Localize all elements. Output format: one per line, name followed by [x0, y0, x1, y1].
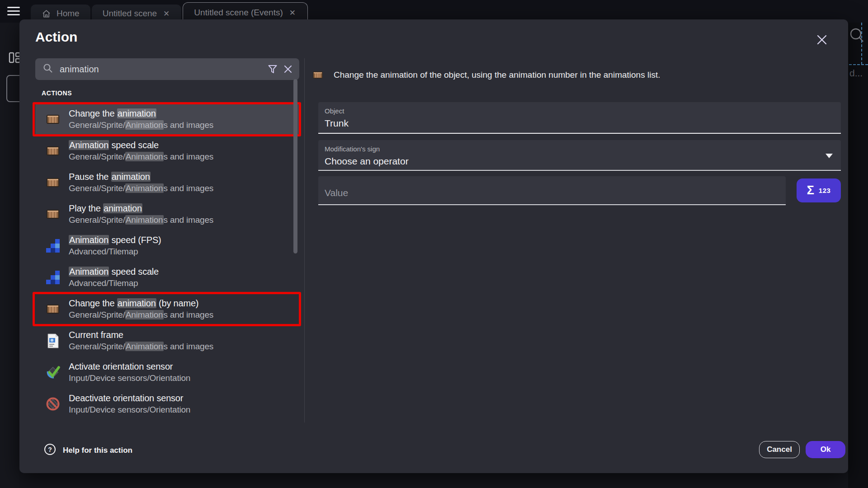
search-input[interactable] [60, 64, 265, 75]
panel-divider [304, 58, 305, 422]
action-item-title: Pause the animation [69, 171, 213, 183]
tab-label: Untitled scene (Events) [194, 8, 283, 18]
chevron-down-icon [826, 154, 833, 158]
action-list-item[interactable]: Activate orientation sensorInput/Device … [35, 357, 300, 388]
sprite-animation-icon [45, 112, 61, 127]
action-item-title: Animation speed (FPS) [69, 235, 161, 246]
action-list-item[interactable]: Deactivate orientation sensorInput/Devic… [35, 388, 300, 420]
action-list-item[interactable]: Play the animationGeneral/Sprite/Animati… [35, 198, 300, 230]
hamburger-menu-icon[interactable] [7, 7, 20, 16]
sprite-animation-icon [45, 175, 61, 190]
tilemap-icon [45, 238, 61, 253]
action-list-item[interactable]: Animation speed scaleAdvanced/Tilemap [35, 262, 300, 293]
action-item-path: General/Sprite/Animations and images [69, 151, 213, 162]
dialog-title: Action [35, 29, 77, 45]
action-item-path: General/Sprite/Animations and images [69, 119, 213, 131]
filter-icon[interactable] [265, 61, 280, 77]
selection-dashed-border [849, 64, 868, 65]
action-item-path: General/Sprite/Animations and images [69, 341, 213, 352]
operator-select[interactable]: Modification's sign Choose an operator [318, 140, 841, 171]
layout-panels-icon[interactable] [9, 52, 21, 66]
action-item-text: Activate orientation sensorInput/Device … [69, 361, 190, 384]
action-item-text: Current frameGeneral/Sprite/Animations a… [69, 329, 213, 352]
action-item-title: Animation speed scale [69, 266, 159, 277]
value-placeholder: Value [325, 188, 348, 198]
value-input[interactable]: Value [318, 176, 786, 205]
action-item-title: Animation speed scale [69, 140, 213, 151]
svg-text:?: ? [48, 446, 52, 453]
tilemap-icon [45, 270, 61, 285]
left-rail [0, 23, 19, 488]
selection-dashed-border [861, 23, 862, 65]
expression-builder-button[interactable]: Σ 123 [797, 178, 841, 202]
action-item-text: Play the animationGeneral/Sprite/Animati… [69, 203, 213, 225]
action-item-title: Activate orientation sensor [69, 361, 190, 372]
action-list-item[interactable]: Animation speed scaleGeneral/Sprite/Anim… [35, 135, 300, 167]
action-item-text: Animation speed (FPS)Advanced/Tilemap [69, 235, 161, 257]
help-label: Help for this action [63, 446, 132, 455]
action-list: Change the animationGeneral/Sprite/Anima… [35, 103, 300, 420]
object-field-label: Object [325, 107, 835, 115]
action-item-path: General/Sprite/Animations and images [69, 309, 213, 320]
sprite-animation-icon [312, 69, 324, 81]
action-item-path: Advanced/Tilemap [69, 246, 161, 257]
tab-label: Untitled scene [103, 9, 157, 19]
action-list-item[interactable]: Animation speed (FPS)Advanced/Tilemap [35, 230, 300, 262]
action-item-text: Change the animationGeneral/Sprite/Anima… [69, 108, 213, 131]
truncated-event-text: d... [849, 68, 863, 79]
action-item-title: Change the animation [69, 108, 213, 119]
action-item-text: Pause the animationGeneral/Sprite/Animat… [69, 171, 213, 194]
action-description-row: Change the animation of the object, usin… [312, 69, 660, 81]
action-item-path: Advanced/Tilemap [69, 277, 159, 289]
action-item-title: Change the animation (by name) [69, 298, 213, 309]
tab-close-icon[interactable]: ✕ [288, 8, 297, 18]
action-item-title: Current frame [69, 329, 213, 341]
list-scrollbar[interactable] [293, 79, 297, 253]
deactivate-orientation-icon [45, 396, 61, 412]
events-sheet-edge [848, 23, 868, 488]
numeric-badge: 123 [819, 187, 831, 194]
action-list-item[interactable]: Change the animationGeneral/Sprite/Anima… [35, 103, 300, 135]
action-search-box [35, 58, 299, 80]
question-circle-icon: ? [44, 443, 56, 457]
action-item-path: Input/Device sensors/Orientation [69, 372, 190, 384]
actions-section-header: ACTIONS [42, 89, 72, 97]
help-link[interactable]: ? Help for this action [44, 443, 132, 457]
search-icon[interactable] [848, 26, 866, 49]
cancel-button[interactable]: Cancel [759, 441, 800, 458]
sprite-animation-icon [45, 206, 61, 222]
action-item-text: Animation speed scaleGeneral/Sprite/Anim… [69, 140, 213, 162]
action-list-item[interactable]: Change the animation (by name)General/Sp… [35, 293, 300, 325]
action-item-path: General/Sprite/Animations and images [69, 214, 213, 225]
action-description: Change the animation of the object, usin… [334, 70, 660, 80]
object-field-value: Trunk [325, 118, 835, 129]
action-item-text: Change the animation (by name)General/Sp… [69, 298, 213, 320]
action-item-text: Animation speed scaleAdvanced/Tilemap [69, 266, 159, 289]
operator-select-label: Modification's sign [325, 145, 835, 153]
action-item-title: Deactivate orientation sensor [69, 393, 190, 404]
clear-search-icon[interactable] [280, 61, 296, 77]
gdevelop-app: HomeUntitled scene✕Untitled scene (Event… [0, 0, 868, 488]
action-item-path: Input/Device sensors/Orientation [69, 404, 190, 415]
action-list-item[interactable]: Pause the animationGeneral/Sprite/Animat… [35, 167, 300, 198]
close-icon[interactable] [814, 32, 830, 47]
search-icon [42, 63, 53, 75]
action-item-text: Deactivate orientation sensorInput/Devic… [69, 393, 190, 415]
home-icon [42, 9, 51, 19]
action-dialog: Action ACTIONS Change the animationGener… [19, 19, 848, 473]
action-item-title: Play the animation [69, 203, 213, 214]
current-frame-icon [45, 333, 61, 348]
sigma-icon: Σ [807, 183, 814, 197]
object-field[interactable]: Object Trunk [318, 102, 841, 134]
activate-orientation-icon [45, 365, 61, 380]
sprite-animation-icon [45, 301, 61, 317]
operator-select-value: Choose an operator [325, 156, 835, 167]
sprite-animation-icon [45, 143, 61, 159]
tab-close-icon[interactable]: ✕ [162, 9, 170, 19]
tab-label: Home [57, 9, 80, 19]
action-list-item[interactable]: Current frameGeneral/Sprite/Animations a… [35, 325, 300, 357]
ok-button[interactable]: Ok [806, 441, 845, 458]
action-item-path: General/Sprite/Animations and images [69, 183, 213, 194]
